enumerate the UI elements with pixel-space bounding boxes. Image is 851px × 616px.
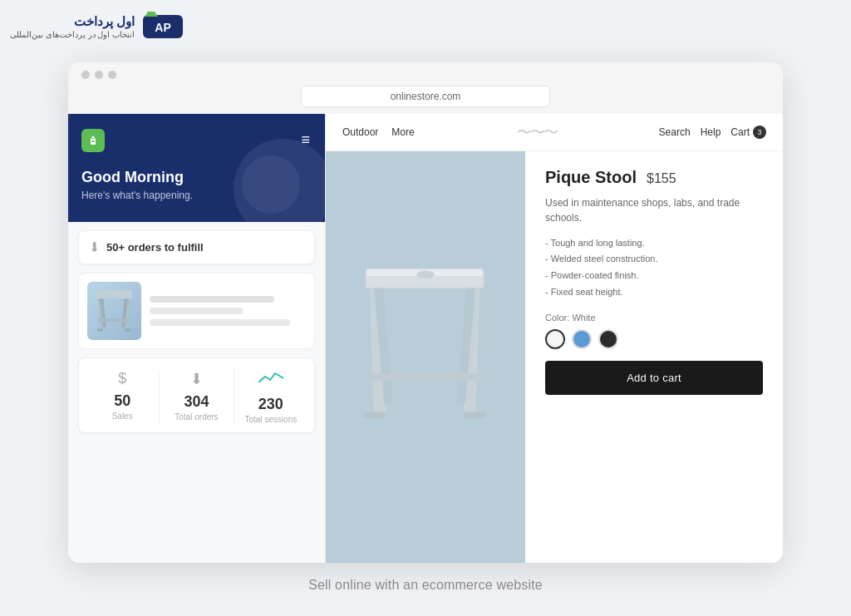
shopify-sub-text: Here's what's happening. [81, 190, 312, 201]
feature-4: - Fixed seat height. [545, 284, 763, 301]
nav-outdoor[interactable]: Outdoor [342, 126, 378, 138]
product-features: - Tough and long lasting. - Welded steel… [545, 235, 763, 301]
svg-point-16 [416, 270, 435, 278]
color-swatches [545, 329, 763, 349]
sessions-label: Total sessions [238, 415, 304, 424]
orders-section: ⬇ 50+ orders to fulfill [68, 222, 325, 273]
orders-icon: ⬇ [89, 239, 100, 255]
orders-suffix: to fulfill [161, 241, 204, 254]
svg-marker-2 [145, 12, 158, 17]
swatch-blue[interactable] [572, 329, 592, 349]
feature-2: - Welded steel construction. [545, 251, 763, 268]
stat-divider-2 [234, 370, 234, 424]
orders-text: 50+ orders to fulfill [106, 241, 204, 254]
add-to-cart-button[interactable]: Add to cart [545, 361, 763, 395]
stat-orders: ⬇ 304 Total orders [163, 370, 229, 421]
nav-more[interactable]: More [391, 126, 414, 138]
orders-stat-icon: ⬇ [163, 370, 229, 388]
product-info: Pique Stool $155 Used in maintenance sho… [525, 151, 783, 563]
nav-links-left: Outdoor More [342, 126, 415, 138]
nav-wave-icon: 〜〜〜 [517, 124, 557, 140]
swatch-dark[interactable] [598, 329, 618, 349]
nav-help[interactable]: Help [701, 126, 721, 138]
product-content: Pique Stool $155 Used in maintenance sho… [326, 151, 783, 563]
product-line-1 [150, 296, 274, 303]
nav-logo: 〜〜〜 [415, 122, 659, 142]
orders-count: 50+ orders [106, 241, 161, 254]
product-title: Pique Stool [545, 168, 637, 187]
browser-dots [81, 71, 770, 79]
store-panel: Outdoor More 〜〜〜 Search Help Cart 3 [326, 114, 783, 563]
sales-value: 50 [89, 392, 155, 410]
svg-text:AP: AP [155, 21, 170, 34]
svg-rect-13 [125, 328, 130, 332]
product-card-section [68, 273, 325, 357]
sales-icon: $ [89, 370, 155, 387]
product-title-row: Pique Stool $155 [545, 168, 763, 187]
svg-rect-6 [96, 290, 132, 298]
browser-chrome: onlinestore.com [68, 62, 783, 114]
stats-section: $ 50 Sales ⬇ 304 Total orders [68, 357, 325, 433]
stat-divider-1 [159, 370, 160, 424]
store-nav: Outdoor More 〜〜〜 Search Help Cart 3 [326, 114, 783, 151]
brand-sub: انتخاب اول در پرداخت‌های بین‌المللی [10, 29, 135, 40]
svg-rect-22 [364, 411, 385, 417]
product-line-3 [150, 319, 290, 326]
color-section: Color: White [545, 313, 763, 349]
svg-rect-12 [97, 328, 103, 332]
shopify-greeting: Good Morning [81, 169, 312, 186]
logo-text: اول پرداخت انتخاب اول در پرداخت‌های بین‌… [10, 13, 135, 41]
nav-cart-label: Cart [730, 126, 750, 138]
browser-window: onlinestore.com ≡ Go [68, 62, 783, 563]
stats-card: $ 50 Sales ⬇ 304 Total orders [78, 357, 315, 433]
logo-area: اول پرداخت انتخاب اول در پرداخت‌های بین‌… [10, 10, 184, 43]
color-label: Color: White [545, 313, 763, 323]
nav-cart[interactable]: Cart 3 [730, 126, 766, 139]
sessions-value: 230 [238, 396, 304, 413]
browser-address-bar[interactable]: onlinestore.com [301, 86, 550, 107]
stats-row: $ 50 Sales ⬇ 304 Total orders [89, 370, 304, 424]
svg-rect-23 [465, 411, 485, 417]
cart-count-badge: 3 [753, 126, 766, 139]
svg-rect-21 [370, 373, 480, 381]
shopify-admin-panel: ≡ Good Morning Here's what's happening. … [68, 114, 326, 563]
dot-red [81, 71, 90, 79]
swatch-white[interactable] [545, 329, 565, 349]
product-line-2 [150, 308, 243, 314]
svg-rect-11 [98, 318, 130, 322]
sales-label: Sales [89, 411, 155, 421]
shopify-top-bar: ≡ [81, 129, 312, 152]
nav-links-right: Search Help Cart 3 [659, 126, 766, 139]
nav-search[interactable]: Search [659, 126, 691, 138]
product-thumbnail [87, 282, 141, 340]
product-stool-image [351, 246, 500, 471]
product-info-lines [150, 296, 306, 326]
shopify-header: ≡ Good Morning Here's what's happening. [68, 114, 325, 222]
brand-logo-icon: AP [141, 10, 184, 43]
orders-card[interactable]: ⬇ 50+ orders to fulfill [78, 230, 315, 264]
product-image-area [326, 151, 525, 563]
orders-value: 304 [163, 393, 229, 411]
dot-yellow [95, 71, 103, 79]
product-card[interactable] [78, 273, 315, 349]
brand-name: اول پرداخت [10, 13, 135, 30]
stat-sales: $ 50 Sales [89, 370, 155, 421]
svg-rect-5 [92, 140, 95, 142]
bottom-tagline: Sell online with an ecommerce website [0, 578, 851, 593]
product-description: Used in maintenance shops, labs, and tra… [545, 195, 763, 225]
stat-sessions: 230 Total sessions [238, 370, 304, 424]
browser-content: ≡ Good Morning Here's what's happening. … [68, 114, 783, 563]
orders-label: Total orders [163, 412, 229, 421]
sessions-icon [238, 370, 304, 391]
product-price: $155 [647, 171, 676, 186]
shopify-logo [81, 129, 105, 152]
feature-1: - Tough and long lasting. [545, 235, 763, 252]
hamburger-menu-icon[interactable]: ≡ [301, 131, 312, 149]
feature-3: - Powder-coated finish. [545, 268, 763, 284]
dot-green [108, 71, 116, 79]
